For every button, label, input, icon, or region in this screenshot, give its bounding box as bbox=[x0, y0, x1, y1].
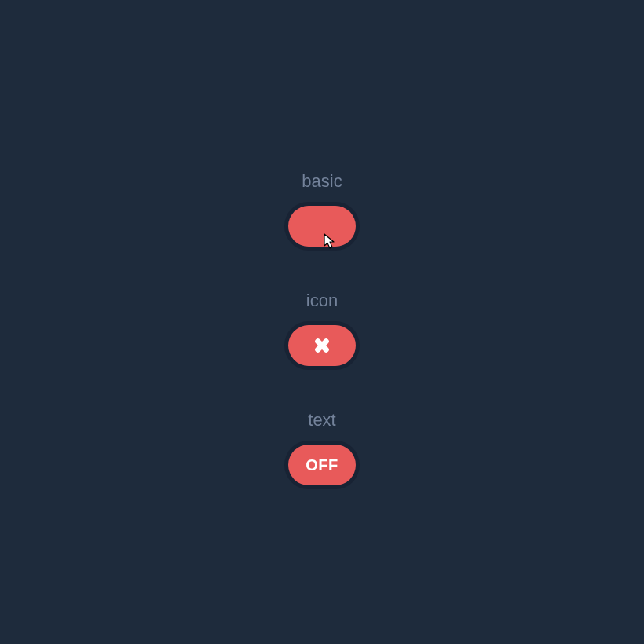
close-icon bbox=[313, 337, 331, 354]
toggle-group-text: text OFF bbox=[288, 410, 356, 485]
toggle-basic[interactable] bbox=[288, 206, 356, 247]
toggle-group-icon: icon bbox=[288, 291, 356, 366]
toggle-label-icon: icon bbox=[306, 291, 338, 311]
toggle-icon[interactable] bbox=[288, 325, 356, 366]
toggle-text-value: OFF bbox=[306, 456, 338, 474]
toggle-label-text: text bbox=[308, 410, 335, 430]
toggle-group-basic: basic bbox=[288, 171, 356, 247]
toggle-text[interactable]: OFF bbox=[288, 445, 356, 485]
toggle-label-basic: basic bbox=[302, 171, 342, 192]
